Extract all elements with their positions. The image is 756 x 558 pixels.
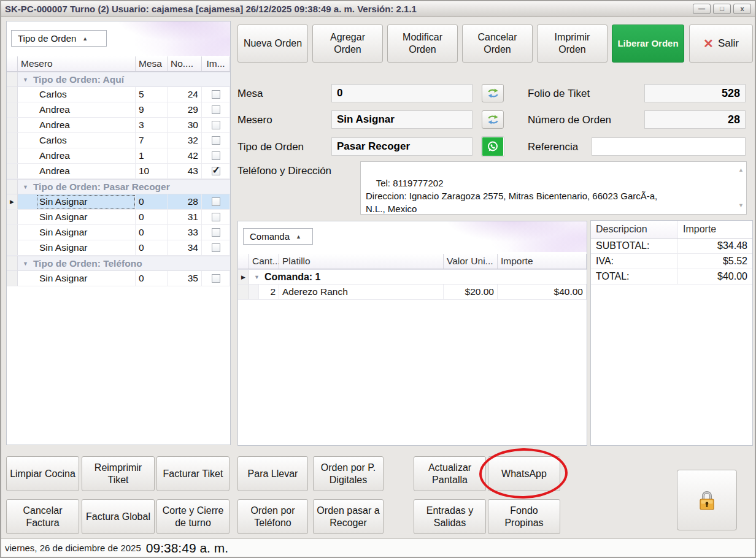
impreso-checkbox[interactable]	[212, 213, 220, 221]
group-collapse-icon[interactable]: ▼	[23, 261, 28, 267]
referencia-input[interactable]	[592, 137, 746, 156]
comanda-dropdown[interactable]: Comanda ▲	[243, 228, 313, 245]
totals-header: Descripcion Importe	[591, 221, 752, 239]
whatsapp-icon-button[interactable]	[482, 137, 504, 156]
fondo-propinas-button[interactable]: Fondo Propinas	[488, 499, 560, 534]
table-row[interactable]: Carlos 5 24	[7, 87, 230, 102]
table-row[interactable]: Andrea 10 43	[7, 164, 230, 179]
impreso-checkbox[interactable]	[212, 243, 220, 252]
mesa-label: Mesa	[237, 88, 263, 100]
total-value: $40.00	[678, 269, 752, 284]
impreso-checkbox[interactable]	[212, 197, 220, 206]
entradas-salidas-button[interactable]: Entradas y Salidas	[414, 499, 486, 534]
group-collapse-icon[interactable]: ▼	[23, 77, 28, 83]
group-collapse-icon[interactable]: ▼	[23, 184, 28, 190]
factura-global-button[interactable]: Factura Global	[82, 499, 155, 534]
cancelar-orden-button[interactable]: Cancelar Orden	[462, 25, 533, 63]
tipo-orden-label: Tipo de Orden	[237, 141, 304, 153]
orden-pasar-recoger-button[interactable]: Orden pasar a Recoger	[313, 499, 384, 534]
maximize-icon[interactable]: □	[713, 4, 731, 14]
col-header-importe[interactable]: Importe	[678, 221, 752, 238]
table-row[interactable]: Andrea 9 29	[7, 102, 230, 118]
cell-mesa: 1	[136, 148, 168, 163]
table-row[interactable]: Sin Asignar 0 35	[7, 271, 230, 286]
scroll-up-icon[interactable]: ▲	[738, 164, 744, 177]
cell-no: 34	[168, 240, 202, 255]
mesero-field[interactable]: Sin Asignar	[331, 110, 472, 129]
orden-p-digitales-button[interactable]: Orden por P. Digitales	[313, 456, 384, 491]
col-header-mesero[interactable]: Mesero	[18, 56, 136, 71]
group-row-pasar-recoger[interactable]: ▼ Tipo de Orden: Pasar Recoger	[7, 179, 230, 194]
col-header-mesa[interactable]: Mesa	[136, 56, 168, 71]
impreso-checkbox[interactable]	[212, 121, 220, 129]
modificar-orden-button[interactable]: Modificar Orden	[387, 25, 458, 63]
status-bar: viernes, 26 de diciembre de 2025 09:38:4…	[1, 538, 755, 557]
imprimir-orden-button[interactable]: Imprimir Orden	[537, 25, 608, 63]
table-row[interactable]: Carlos 7 32	[7, 133, 230, 148]
cell-no: 31	[168, 210, 202, 224]
limpiar-cocina-button[interactable]: Limpiar Cocina	[6, 456, 79, 491]
telefono-direccion-textarea[interactable]: Tel: 8119777202 Direccion: Ignacio Zarag…	[360, 161, 747, 215]
whatsapp-button[interactable]: WhatsApp	[488, 456, 560, 491]
refresh-icon	[487, 88, 500, 98]
table-row[interactable]: Andrea 3 30	[7, 118, 230, 133]
nueva-orden-button[interactable]: Nueva Orden	[237, 25, 308, 63]
group-row-aqui[interactable]: ▼ Tipo de Orden: Aquí	[7, 72, 230, 87]
cell-mesa: 0	[136, 225, 168, 240]
reimprimir-tiket-button[interactable]: Reimprimir Tiket	[82, 456, 155, 491]
title-bar: SK-PC-000007 Turno (2) Usuario: cajamesa…	[1, 1, 755, 17]
group-collapse-icon[interactable]: ▼	[254, 274, 260, 280]
salir-button[interactable]: ✕ Salir	[689, 25, 753, 63]
table-row[interactable]: Andrea 1 42	[7, 148, 230, 164]
lock-button[interactable]	[677, 470, 737, 530]
window-title: SK-PC-000007 Turno (2) Usuario: cajamesa…	[5, 4, 417, 14]
comanda-group-row[interactable]: ▶ ▼ Comanda: 1	[238, 269, 587, 285]
impreso-checkbox[interactable]	[212, 105, 220, 114]
comanda-grid-header: Cant... Platillo Valor Uni... Importe	[238, 254, 587, 269]
orden-telefono-button[interactable]: Orden por Teléfono	[237, 499, 308, 534]
group-row-telefono[interactable]: ▼ Tipo de Orden: Teléfono	[7, 256, 230, 271]
table-row[interactable]: Sin Asignar 0 34	[7, 240, 230, 256]
row-indicator-icon: ▶	[10, 199, 14, 205]
cell-mesero: Andrea	[36, 102, 136, 117]
facturar-tiket-button[interactable]: Facturar Tiket	[156, 456, 230, 491]
cell-mesa: 7	[136, 133, 168, 148]
comanda-item-row[interactable]: 2 Aderezo Ranch $20.00 $40.00	[238, 285, 587, 300]
minimize-icon[interactable]: —	[693, 4, 711, 14]
impreso-checkbox[interactable]	[212, 136, 220, 145]
impreso-checkbox[interactable]	[212, 167, 220, 175]
refresh-mesa-button[interactable]	[482, 84, 504, 102]
tipo-orden-field[interactable]: Pasar Recoger	[331, 137, 472, 156]
col-header-no[interactable]: No....	[168, 56, 202, 71]
close-icon[interactable]: x	[733, 4, 751, 14]
impreso-checkbox[interactable]	[212, 151, 220, 160]
table-row[interactable]: Sin Asignar 0 31	[7, 210, 230, 225]
agregar-orden-button[interactable]: Agregar Orden	[312, 25, 383, 63]
total-row: TOTAL: $40.00	[591, 269, 752, 285]
col-header-valor[interactable]: Valor Uni...	[444, 254, 498, 269]
scroll-down-icon[interactable]: ▼	[738, 199, 744, 212]
para-llevar-button[interactable]: Para Llevar	[237, 456, 308, 491]
col-header-descripcion[interactable]: Descripcion	[591, 221, 678, 238]
corte-cierre-turno-button[interactable]: Corte y Cierre de turno	[156, 499, 230, 534]
liberar-orden-button[interactable]: Liberar Orden	[612, 25, 684, 63]
col-header-cant[interactable]: Cant...	[249, 254, 279, 269]
tipo-de-orden-dropdown-label: Tipo de Orden	[18, 33, 76, 44]
iva-label: IVA:	[591, 254, 678, 269]
cell-mesa: 10	[136, 164, 168, 178]
col-header-importe[interactable]: Importe	[498, 254, 587, 269]
impreso-checkbox[interactable]	[212, 228, 220, 237]
col-header-platillo[interactable]: Platillo	[279, 254, 444, 269]
mesa-field[interactable]: 0	[331, 84, 472, 102]
actualizar-pantalla-button[interactable]: Actualizar Pantalla	[414, 456, 486, 491]
col-header-im[interactable]: Im...	[202, 56, 230, 71]
cell-mesero: Sin Asignar	[36, 194, 136, 209]
cell-no: 35	[168, 271, 202, 286]
impreso-checkbox[interactable]	[212, 90, 220, 99]
refresh-mesero-button[interactable]	[482, 110, 504, 129]
table-row[interactable]: Sin Asignar 0 33	[7, 225, 230, 240]
tipo-de-orden-dropdown[interactable]: Tipo de Orden ▲	[11, 30, 107, 47]
impreso-checkbox[interactable]	[212, 274, 220, 283]
table-row-selected[interactable]: ▶ Sin Asignar 0 28	[7, 194, 230, 210]
cancelar-factura-button[interactable]: Cancelar Factura	[6, 499, 79, 534]
